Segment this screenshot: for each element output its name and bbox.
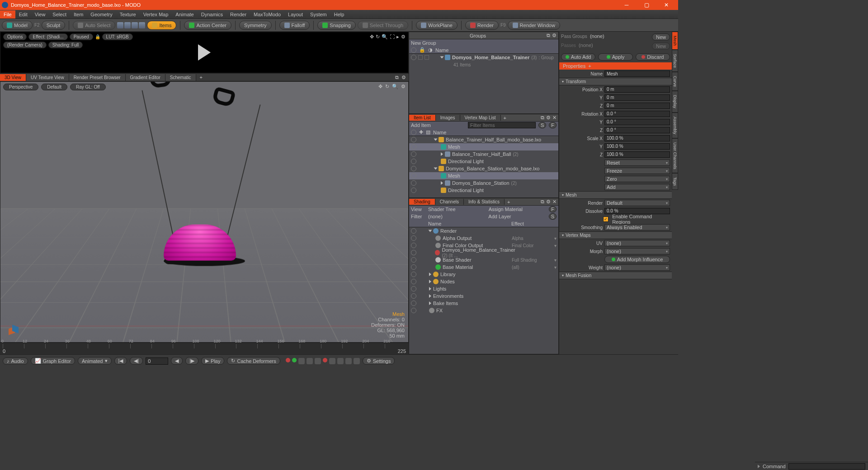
vertex-icon[interactable] [117,22,123,28]
items-button[interactable]: Items [147,21,176,30]
rec2-icon[interactable] [323,358,327,362]
eye-icon[interactable] [411,286,416,291]
chevron-right-icon[interactable] [429,273,431,276]
close-icon[interactable]: ✕ [552,115,557,121]
rotate-icon[interactable]: ↻ [385,84,389,90]
record-icon[interactable] [286,358,290,362]
actioncenter-button[interactable]: Action Center [184,21,231,30]
shader-row[interactable]: Bake Items [409,300,558,307]
gear-icon[interactable]: ⚙ [546,115,551,121]
tool-icon[interactable] [329,358,335,364]
more-icon[interactable]: ▸ [396,34,399,40]
preview-effect[interactable]: Effect: (Shadi... [28,33,67,40]
filter-input[interactable] [468,122,536,128]
add-dropdown[interactable]: Add [604,184,670,190]
popout-icon[interactable]: ⧉ [541,199,544,205]
material-icon[interactable] [139,22,145,28]
falloff-button[interactable]: Falloff [279,21,310,30]
gear-icon[interactable]: ⚙ [546,199,551,205]
chevron-right-icon[interactable] [429,301,431,305]
add-tab[interactable]: + [588,63,591,69]
vtab-curve[interactable]: Curve [672,72,678,91]
chevron-right-icon[interactable] [441,152,443,156]
f-button[interactable]: F [549,122,557,128]
tool-icon[interactable] [345,358,352,364]
vtab-tags[interactable]: Tags [672,173,678,190]
prev-key[interactable]: ◀| [130,357,143,365]
scly-input[interactable]: 100.0 % [604,143,670,150]
eye-icon[interactable] [411,144,416,150]
chevron-right-icon[interactable] [441,181,443,185]
edge-icon[interactable] [124,22,131,28]
zoom-icon[interactable]: 🔍 [392,84,398,90]
menu-geometry[interactable]: Geometry [87,10,116,19]
additem-dropdown[interactable]: Add Item [411,122,465,128]
sculpt-button[interactable]: Sculpt [42,21,66,30]
eye-icon[interactable] [411,243,416,248]
viewport-3d[interactable]: Perspective Default Ray GL: Off ✥↻🔍⚙ Mes… [0,81,409,343]
tab-vmaplist[interactable]: Vertex Map List [460,115,501,121]
eye-icon[interactable] [411,137,416,142]
gear-icon[interactable]: ⚙ [401,84,406,90]
snapping-button[interactable]: Snapping [317,21,356,30]
eye-icon[interactable] [411,293,416,299]
expand-icon[interactable]: ⛶ [390,34,395,40]
autoselect-button[interactable]: Auto Select [73,21,115,30]
posx-input[interactable]: 0 m [604,86,670,93]
assignmat-button[interactable]: Assign Material [489,207,547,212]
tab-renderpreset[interactable]: Render Preset Browser [69,74,126,81]
item-row[interactable]: Mesh [409,172,558,179]
eye-icon[interactable] [411,47,416,53]
preview-options[interactable]: Options [3,33,27,40]
menu-item[interactable]: Item [70,10,87,19]
rotx-input[interactable]: 0.0 ° [604,111,670,117]
posy-input[interactable]: 0 m [604,94,670,101]
uv-dropdown[interactable]: (none) [604,240,670,246]
tab-uvview[interactable]: UV Texture View [26,74,69,81]
vtab-display[interactable]: Display [672,91,678,113]
shader-row[interactable]: Nodes [409,278,558,285]
shader-row[interactable]: Domyos_Home_Balance_Trainer (2) (It ... [409,249,558,256]
color-icon[interactable]: ▧ [426,129,430,135]
popout-icon[interactable]: ⧉ [395,75,399,80]
tool-icon[interactable] [354,358,360,364]
play-button[interactable]: ▶ Play [201,357,224,365]
section-transform[interactable]: Transform [559,78,672,85]
tab-itemlist[interactable]: Item List [409,115,436,121]
filter-dropdown[interactable]: (none) [428,214,486,219]
audio-button[interactable]: ♪Audio [3,357,28,365]
shader-row[interactable]: FX [409,307,558,314]
roty-input[interactable]: 0.0 ° [604,119,670,125]
vtab-surface[interactable]: Surface [672,50,678,72]
vp-raygl[interactable]: Ray GL: Off [70,84,106,90]
dissolve-input[interactable]: 0.0 % [604,208,670,214]
grapheditor-button[interactable]: 📈Graph Editor [31,357,75,365]
tool-icon[interactable] [337,358,344,364]
posz-input[interactable]: 0 m [604,103,670,109]
key-icon[interactable] [292,358,297,362]
vp-perspective[interactable]: Perspective [3,84,38,90]
chevron-down-icon[interactable] [429,230,432,232]
play-icon[interactable] [198,44,211,61]
eye-icon[interactable] [411,151,416,157]
play-back[interactable]: ◀ [171,357,183,365]
zero-dropdown[interactable]: Zero [604,176,670,182]
menu-animate[interactable]: Animate [172,10,197,19]
menu-texture[interactable]: Texture [116,10,140,19]
item-row[interactable]: Mesh [409,143,558,150]
vtab-mesh[interactable]: Mesh [672,32,678,50]
section-mesh[interactable]: Mesh [559,191,672,199]
shader-row[interactable]: Render [409,227,558,235]
menu-file[interactable]: File [0,10,15,19]
newgroup-button[interactable]: New Group [411,40,436,46]
popout-icon[interactable]: ⧉ [547,33,550,38]
close-button[interactable]: ✕ [656,0,676,10]
name-input[interactable] [604,70,670,77]
tool-icon[interactable] [298,358,305,364]
plus-icon[interactable]: ✚ [419,129,423,135]
poly-icon[interactable] [132,22,138,28]
f-button[interactable]: F [549,206,557,212]
symmetry-button[interactable]: Symmetry [239,21,272,30]
eye-icon[interactable] [411,279,416,284]
eye-icon[interactable] [411,250,416,255]
